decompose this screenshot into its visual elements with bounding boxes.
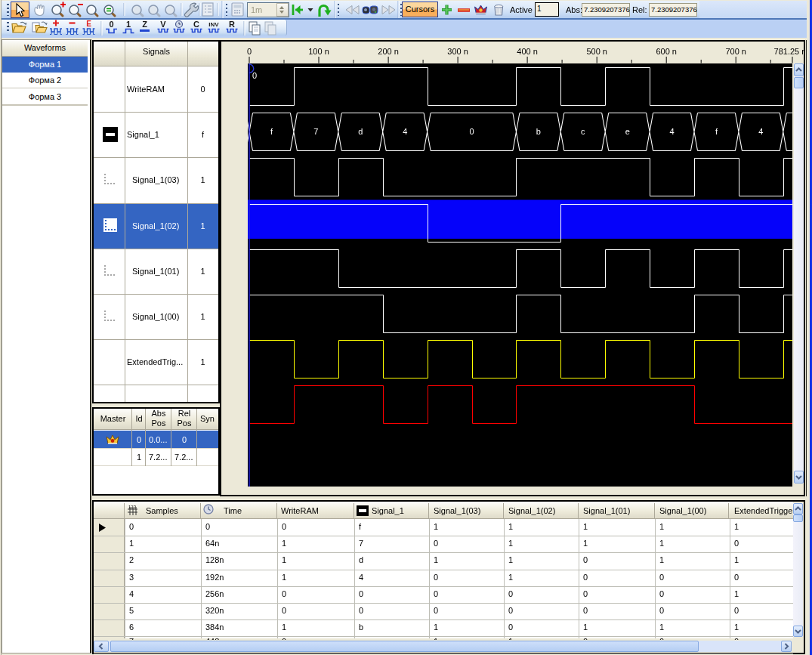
svg-text:E: E <box>86 20 91 28</box>
svg-text:C: C <box>193 20 199 29</box>
svg-text:b: b <box>536 127 541 136</box>
svg-text:V: V <box>160 20 166 29</box>
svg-text:781.25 n: 781.25 n <box>774 47 804 56</box>
svg-text:INV: INV <box>208 21 219 28</box>
svg-text:300 n: 300 n <box>447 47 468 56</box>
svg-text:4: 4 <box>758 127 763 136</box>
svg-text:100 n: 100 n <box>308 47 329 56</box>
svg-text:500 n: 500 n <box>586 47 607 56</box>
svg-text:R: R <box>229 20 235 29</box>
svg-text:4: 4 <box>670 127 675 136</box>
svg-text:7: 7 <box>313 127 318 136</box>
svg-text:c: c <box>581 127 585 136</box>
svg-text:0: 0 <box>252 71 257 80</box>
svg-text:600 n: 600 n <box>656 47 677 56</box>
svg-text:d: d <box>358 127 363 136</box>
svg-text:0: 0 <box>109 20 113 29</box>
svg-text:400 n: 400 n <box>517 47 538 56</box>
svg-text:Z: Z <box>142 20 147 29</box>
svg-text:123: 123 <box>128 505 137 509</box>
svg-text:1: 1 <box>126 20 131 29</box>
svg-text:700 n: 700 n <box>725 47 746 56</box>
svg-text:200 n: 200 n <box>378 47 399 56</box>
svg-text:f: f <box>270 127 273 136</box>
svg-text:e: e <box>625 127 630 136</box>
svg-text:0: 0 <box>247 47 252 56</box>
svg-text:4: 4 <box>403 127 407 136</box>
svg-text:0: 0 <box>469 127 474 136</box>
svg-text:f: f <box>715 127 718 136</box>
